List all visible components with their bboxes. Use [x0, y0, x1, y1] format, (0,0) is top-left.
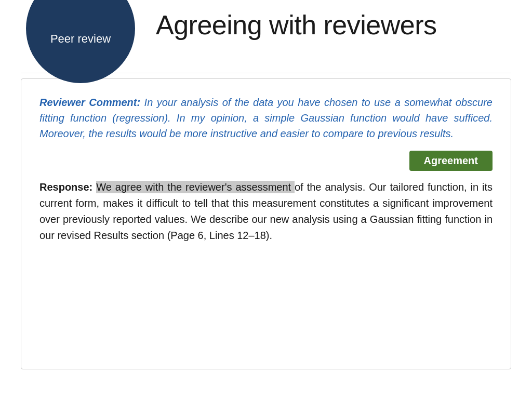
agreement-badge: Agreement: [409, 151, 493, 171]
page-title: Agreeing with reviewers: [156, 9, 437, 41]
peer-review-badge: Peer review: [26, 0, 135, 83]
agreement-row: Agreement: [39, 151, 493, 171]
content-box: Reviewer Comment: In your analysis of th…: [21, 78, 511, 369]
slide: Peer review Agreeing with reviewers Revi…: [0, 0, 532, 399]
reviewer-comment-label: Reviewer Comment:: [39, 97, 140, 108]
header: Peer review Agreeing with reviewers: [0, 0, 532, 73]
response-label: Response:: [39, 181, 92, 193]
reviewer-comment-block: Reviewer Comment: In your analysis of th…: [39, 95, 493, 141]
response-block: Response: We agree with the reviewer's a…: [39, 179, 493, 244]
response-highlighted: We agree with the reviewer's assessment: [96, 181, 295, 193]
badge-label: Peer review: [50, 32, 111, 46]
